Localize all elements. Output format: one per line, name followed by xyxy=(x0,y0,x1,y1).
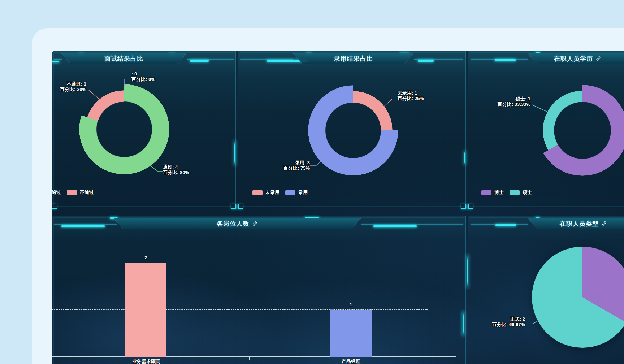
callout-label-hired: 录用: 3 百分比: 75% xyxy=(283,160,310,171)
panel-title: 各岗位人数 xyxy=(113,223,361,224)
bar-value-label: 1 xyxy=(330,302,372,307)
legend-item-pass[interactable]: 通过 xyxy=(52,189,61,196)
legend-label: 录用 xyxy=(298,189,308,196)
header-accent-dash xyxy=(495,59,516,61)
axis-tick xyxy=(454,357,454,360)
pie-circle[interactable] xyxy=(532,247,624,348)
header-wing-line xyxy=(187,59,234,60)
callout-label-empty: : 0 百分比: 0% xyxy=(131,71,155,82)
legend-item-master[interactable]: 硕士 xyxy=(510,189,532,196)
legend-swatch xyxy=(67,190,77,195)
legend-label: 硕士 xyxy=(523,189,532,196)
gridline xyxy=(52,286,428,286)
panel-title: 面试结果占比 xyxy=(61,58,187,59)
bar-value-label: 2 xyxy=(125,255,166,260)
callout-label-rejected: 未录用: 1 百分比: 25% xyxy=(398,90,424,101)
content-card: 面试结果占比 : 0 百分比: 0% xyxy=(32,28,624,364)
header-accent-dash xyxy=(495,224,516,226)
legend-swatch xyxy=(285,190,295,195)
callout-label-master: 硕士: 1 百分比: 33.33% xyxy=(498,96,530,107)
header-accent-dash xyxy=(190,60,209,62)
panel-header: 录用结果占比 xyxy=(238,51,465,68)
corner-bracket xyxy=(238,204,243,209)
panel-positions-count: 各岗位人数 xyxy=(52,216,466,364)
header-accent-dash xyxy=(52,61,59,62)
legend-label: 博士 xyxy=(494,189,504,196)
panel-header: 面试结果占比 xyxy=(52,51,235,68)
legend-swatch xyxy=(510,190,520,195)
page-background: 面试结果占比 : 0 百分比: 0% xyxy=(0,0,624,364)
category-label: 业务需求顾问 xyxy=(103,358,190,364)
panel-title-frame: 在职人员学历 xyxy=(528,53,624,64)
panel-interview-results: 面试结果占比 : 0 百分比: 0% xyxy=(52,51,236,208)
legend: 博士 硕士 xyxy=(481,189,538,196)
panel-title: 在职人员类型 xyxy=(528,223,624,224)
panel-title: 在职人员学历 xyxy=(528,58,624,59)
corner-bracket xyxy=(461,204,466,209)
donut-slice-rejected[interactable] xyxy=(314,91,393,170)
panel-header: 在职人员类型 xyxy=(468,216,624,233)
edge-glow xyxy=(467,255,468,287)
header-wing-line xyxy=(361,224,463,225)
legend-label: 未录用 xyxy=(265,189,280,196)
panel-header: 各岗位人数 xyxy=(52,216,465,233)
panel-education: 在职人员学历 xyxy=(468,51,624,208)
legend-item-fail[interactable]: 不通过 xyxy=(67,189,94,196)
corner-bracket xyxy=(231,204,236,209)
callout-label-pass: 通过: 4 百分比: 80% xyxy=(163,164,189,175)
panel-title-frame: 各岗位人数 xyxy=(113,218,361,229)
legend-swatch xyxy=(252,190,263,195)
category-label: 产品经理 xyxy=(308,358,394,364)
panel-header: 在职人员学历 xyxy=(468,51,624,68)
header-accent-dash xyxy=(373,225,417,227)
header-wing-line xyxy=(54,59,62,60)
edge-glow xyxy=(463,312,464,335)
x-axis xyxy=(52,356,456,357)
header-wing-line xyxy=(414,59,463,60)
donut-slice-master[interactable] xyxy=(543,91,622,170)
header-accent-dash xyxy=(418,60,434,62)
bar-business-consultant[interactable] xyxy=(125,263,166,357)
legend: 通过 不通过 xyxy=(52,189,100,196)
axis-tick xyxy=(249,357,250,360)
corner-bracket xyxy=(468,204,473,209)
edge-glow xyxy=(464,151,465,165)
callout-label-fail: 不通过: 1 百分比: 20% xyxy=(60,81,86,92)
edge-glow xyxy=(234,141,235,165)
panel-title-frame: 面试结果占比 xyxy=(61,53,187,64)
legend-item-hired[interactable]: 录用 xyxy=(285,189,308,196)
callout-label-formal: 正式: 2 百分比: 66.67% xyxy=(492,316,525,327)
dashboard: 面试结果占比 : 0 百分比: 0% xyxy=(52,51,624,364)
panel-title-frame: 在职人员类型 xyxy=(528,218,624,229)
legend-item-phd[interactable]: 博士 xyxy=(481,189,504,196)
legend-item-rejected[interactable]: 未录用 xyxy=(252,189,280,196)
gridline xyxy=(52,239,428,239)
panel-hiring-results: 录用结果占比 未录用: 1 百分比: 25% 录用: 3 xyxy=(238,51,466,208)
bar-product-manager[interactable] xyxy=(330,310,372,357)
link-icon[interactable] xyxy=(601,221,607,226)
legend-label: 通过 xyxy=(52,189,61,196)
panel-title: 录用结果占比 xyxy=(293,58,414,59)
legend: 未录用 录用 xyxy=(252,189,313,196)
header-accent-dash xyxy=(61,225,105,227)
corner-bracket xyxy=(52,204,57,209)
legend-swatch xyxy=(481,190,491,195)
panel-staff-type: 在职人员类型 xyxy=(468,216,624,364)
panel-title-frame: 录用结果占比 xyxy=(293,53,414,64)
header-wing-line xyxy=(54,224,117,225)
gridline xyxy=(52,263,428,263)
legend-label: 不通过 xyxy=(80,189,94,196)
link-icon[interactable] xyxy=(595,56,601,61)
link-icon[interactable] xyxy=(252,221,258,226)
header-wing-line xyxy=(240,59,293,60)
donut-slice-fail[interactable] xyxy=(85,90,163,168)
